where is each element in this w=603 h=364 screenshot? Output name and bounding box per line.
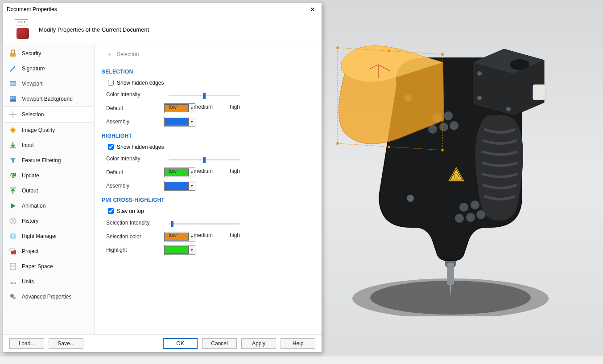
- caret-down-icon: ▾: [189, 117, 195, 126]
- sidebar-item-selection[interactable]: Selection: [3, 106, 94, 123]
- pmi-stay-on-top-checkbox[interactable]: [108, 208, 114, 214]
- window-title: Document Properties: [7, 6, 307, 12]
- pmi-stay-on-top-label: Stay on top: [117, 208, 144, 214]
- selection-slider-labels: low medium high: [169, 104, 240, 110]
- sidebar-item-advanced-properties[interactable]: Advanced Properties: [3, 289, 94, 304]
- content-panel: ＋ Selection SELECTION Show hidden edges …: [95, 44, 322, 334]
- section-title-selection: SELECTION: [102, 69, 312, 75]
- selection-show-hidden-edges-checkbox[interactable]: [108, 80, 114, 86]
- sidebar-item-label: Animation: [22, 203, 45, 209]
- svg-rect-44: [10, 188, 16, 188]
- save-button[interactable]: Save...: [49, 338, 83, 349]
- sidebar-item-label: Paper Space: [22, 263, 53, 270]
- close-icon[interactable]: ✕: [307, 6, 318, 13]
- svg-point-20: [407, 195, 414, 202]
- sidebar-item-label: Output: [22, 188, 38, 194]
- svg-point-48: [12, 234, 14, 236]
- selection-assembly-color-dropdown[interactable]: ▾: [164, 117, 195, 127]
- sidebar-item-label: Selection: [22, 111, 44, 118]
- sidebar-item-viewport-background[interactable]: Viewport Background: [3, 91, 94, 106]
- sidebar-item-label: Feature Filtering: [22, 157, 61, 164]
- quality-icon: [8, 126, 17, 134]
- pmi-highlight-color-dropdown[interactable]: ▾: [164, 245, 195, 255]
- sidebar-item-label: Units: [22, 278, 34, 285]
- content-header-title: Selection: [117, 51, 139, 57]
- arrow-out-icon: [8, 187, 17, 195]
- pen-icon: [8, 65, 17, 73]
- highlight-assembly-label: Assembly: [102, 183, 164, 189]
- sidebar-item-input[interactable]: Input: [3, 138, 94, 153]
- svg-rect-3: [447, 263, 454, 285]
- arrow-in-icon: [8, 141, 17, 149]
- svg-point-14: [450, 121, 458, 130]
- highlight-show-hidden-edges-label: Show hidden edges: [117, 144, 164, 150]
- svg-rect-30: [388, 146, 390, 148]
- highlight-slider-labels: low medium high: [169, 168, 240, 174]
- selection-color-intensity-slider[interactable]: [169, 95, 240, 96]
- sidebar-item-label: Viewport Background: [22, 96, 73, 102]
- sidebar: SecuritySignatureViewportViewport Backgr…: [3, 44, 95, 334]
- cancel-button[interactable]: Cancel: [202, 338, 237, 349]
- sidebar-item-label: Image Quality: [22, 127, 55, 133]
- sidebar-item-units[interactable]: Units: [3, 274, 94, 289]
- ok-button[interactable]: OK: [163, 338, 198, 349]
- highlight-color-intensity-label: Color Intensity: [102, 155, 164, 162]
- sidebar-item-update[interactable]: Update: [3, 168, 94, 183]
- svg-point-7: [477, 96, 482, 100]
- svg-rect-43: [10, 147, 16, 148]
- selection-color-intensity-label: Color Intensity: [102, 91, 164, 98]
- model-placeholder: [330, 40, 553, 316]
- content-header[interactable]: ＋ Selection: [102, 49, 312, 63]
- sidebar-item-history[interactable]: History: [3, 213, 94, 229]
- svg-point-59: [10, 294, 14, 298]
- svg-point-42: [12, 129, 14, 131]
- svg-point-15: [459, 203, 468, 212]
- app-icon: 2021: [14, 21, 32, 39]
- sidebar-item-animation[interactable]: Animation: [3, 198, 94, 213]
- pmi-selection-intensity-slider[interactable]: [169, 223, 240, 225]
- highlight-color-intensity-slider[interactable]: [169, 159, 240, 160]
- paper-icon: [8, 262, 17, 270]
- sidebar-item-label: Right Manager: [22, 233, 57, 239]
- sidebar-item-label: Project: [22, 248, 38, 254]
- selection-default-label: Default: [102, 105, 164, 111]
- sidebar-item-label: Input: [22, 142, 34, 148]
- apply-button[interactable]: Apply: [241, 338, 276, 349]
- document-properties-dialog: Document Properties ✕ 2021 Modify Proper…: [3, 3, 322, 352]
- sidebar-item-paper-space[interactable]: Paper Space: [3, 259, 94, 274]
- highlight-assembly-color-dropdown[interactable]: ▾: [164, 181, 195, 191]
- svg-point-16: [471, 200, 479, 209]
- svg-rect-34: [10, 53, 16, 57]
- play-icon: [8, 202, 17, 210]
- sidebar-item-label: Update: [22, 172, 39, 179]
- load-button[interactable]: Load...: [9, 338, 44, 349]
- sidebar-item-image-quality[interactable]: Image Quality: [3, 123, 94, 138]
- svg-point-18: [455, 214, 464, 223]
- ruler-icon: [8, 278, 17, 286]
- highlight-show-hidden-edges-checkbox[interactable]: [108, 144, 114, 150]
- svg-point-17: [466, 213, 475, 222]
- selection-assembly-label: Assembly: [102, 119, 164, 125]
- gears-icon: [8, 293, 17, 301]
- highlight-default-label: Default: [102, 169, 164, 176]
- dialog-subtitle: Modify Properties of the Current Documen…: [39, 26, 149, 33]
- sidebar-item-output[interactable]: Output: [3, 183, 94, 198]
- sidebar-item-project[interactable]: Project: [3, 244, 94, 259]
- section-title-pmi: PMI CROSS-HIGHLIGHT: [102, 197, 312, 203]
- pmi-highlight-label: Highlight: [102, 247, 164, 253]
- sidebar-item-label: History: [22, 218, 38, 224]
- cursor-icon: [8, 110, 17, 119]
- help-button[interactable]: Help: [281, 338, 315, 349]
- lock-icon: [8, 49, 17, 57]
- sidebar-item-label: Security: [22, 50, 41, 57]
- sidebar-item-security[interactable]: Security: [3, 46, 94, 61]
- sidebar-item-signature[interactable]: Signature: [3, 61, 94, 76]
- titlebar[interactable]: Document Properties ✕: [3, 3, 322, 16]
- filter-icon: [8, 156, 17, 164]
- sidebar-item-feature-filtering[interactable]: Feature Filtering: [3, 153, 94, 168]
- svg-point-12: [439, 123, 448, 131]
- sidebar-item-viewport[interactable]: Viewport: [3, 76, 94, 91]
- caret-down-icon: ▾: [189, 181, 195, 190]
- dialog-footer: Load... Save... OK Cancel Apply Help: [3, 334, 322, 352]
- sidebar-item-right-manager[interactable]: Right Manager: [3, 229, 94, 244]
